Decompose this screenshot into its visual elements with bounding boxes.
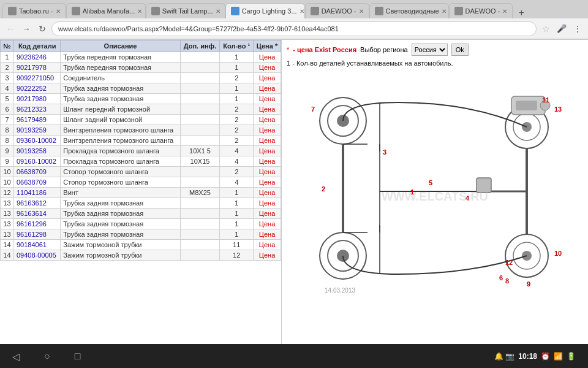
cell-price[interactable]: Цена (254, 52, 281, 63)
cell-desc: Винтзрепления тормозного шланга (61, 125, 180, 136)
cell-price[interactable]: Цена (254, 125, 281, 136)
tab-favicon-daewoo1 (311, 7, 319, 15)
tab-taobao[interactable]: Taobao.ru - ✕ (2, 3, 66, 18)
cell-code[interactable]: 90193259 (13, 125, 60, 136)
table-row: 13 96161298 Трубка задняя тормозная 1 Це… (1, 229, 281, 240)
url-bar[interactable] (51, 21, 537, 36)
cell-code[interactable]: 96163612 (13, 198, 60, 209)
cell-desc: Трубка задняя тормозная (61, 83, 180, 94)
cell-code[interactable]: 90184061 (13, 240, 60, 250)
tab-close-svetlo[interactable]: ✕ (442, 8, 447, 15)
cell-price[interactable]: Цена (254, 167, 281, 177)
watermark-text: WWW.ELCATS.RU (382, 190, 488, 203)
cell-price[interactable]: Цена (254, 240, 281, 250)
cell-price[interactable]: Цена (254, 198, 281, 209)
tab-alibaba[interactable]: Alibaba Manufa... ✕ (66, 3, 146, 18)
cell-code[interactable]: 96212323 (13, 104, 60, 115)
cell-info (180, 115, 220, 125)
tab-daewoo1[interactable]: DAEWOO - ✕ (305, 3, 369, 18)
cell-code[interactable]: 90222252 (13, 83, 60, 94)
microphone-icon[interactable]: 🎤 (555, 22, 568, 36)
table-row: 13 96161296 Трубка задняя тормозная 1 Це… (1, 219, 281, 229)
android-home-button[interactable]: ○ (44, 351, 50, 362)
cell-info (180, 94, 220, 104)
table-row: 8 09360-10002 Винтзрепления тормозного ш… (1, 136, 281, 146)
cell-price[interactable]: Цена (254, 177, 281, 188)
table-row: 8 90193259 Винтзрепления тормозного шлан… (1, 125, 281, 136)
tab-swift[interactable]: Swift Tail Lamp... ✕ (146, 3, 225, 18)
label-12: 12 (505, 259, 513, 266)
cell-price[interactable]: Цена (254, 188, 281, 198)
table-row: 2 90217978 Трубка передняя тормозная 1 Ц… (1, 63, 281, 73)
cell-price[interactable]: Цена (254, 229, 281, 240)
cell-num: 10 (1, 177, 14, 188)
cell-num: 5 (1, 94, 14, 104)
browser-menu-button[interactable]: ⋮ (571, 22, 584, 36)
cell-code[interactable]: 09408-00005 (13, 250, 60, 261)
cell-code[interactable]: 90236246 (13, 52, 60, 63)
cell-price[interactable]: Цена (254, 83, 281, 94)
tab-close-taobao[interactable]: ✕ (56, 8, 61, 15)
cell-qty: 4 (220, 156, 254, 167)
cell-desc: Прокладка тормозного шланга (61, 146, 180, 156)
cell-code[interactable]: 96179489 (13, 115, 60, 125)
cell-price[interactable]: Цена (254, 63, 281, 73)
cell-price[interactable]: Цена (254, 146, 281, 156)
cell-price[interactable]: Цена (254, 73, 281, 83)
info-note: 1 - Кол-во деталей устанавливаемых на ав… (287, 59, 583, 67)
cell-price[interactable]: Цена (254, 104, 281, 115)
cell-code[interactable]: 06638709 (13, 177, 60, 188)
cell-info (180, 198, 220, 209)
cell-price[interactable]: Цена (254, 94, 281, 104)
tab-close-cargo[interactable]: ✕ (300, 8, 304, 15)
cell-code[interactable]: 96163614 (13, 209, 60, 219)
cell-code[interactable]: 96161298 (13, 229, 60, 240)
cell-price[interactable]: Цена (254, 209, 281, 219)
cell-price[interactable]: Цена (254, 250, 281, 261)
label-2: 2 (322, 185, 325, 193)
cell-code[interactable]: 90217978 (13, 63, 60, 73)
table-row: 13 96163614 Трубка задняя тормозная 1 Це… (1, 209, 281, 219)
region-select[interactable]: Россия (412, 44, 448, 56)
new-tab-button[interactable]: + (513, 7, 530, 18)
tab-close-swift[interactable]: ✕ (216, 8, 221, 15)
cell-desc: Винтзрепления тормозного шланга (61, 136, 180, 146)
cell-code[interactable]: 90217980 (13, 94, 60, 104)
cell-code[interactable]: 09360-10002 (13, 136, 60, 146)
tab-close-alibaba[interactable]: ✕ (137, 8, 142, 15)
back-button[interactable]: ← (4, 22, 17, 36)
cell-price[interactable]: Цена (254, 136, 281, 146)
cell-code[interactable]: 96161296 (13, 219, 60, 229)
tab-label-cargo: Cargo Lighting 3... (242, 7, 297, 15)
cell-price[interactable]: Цена (254, 219, 281, 229)
cell-code[interactable]: 09160-10002 (13, 156, 60, 167)
android-back-button[interactable]: ◁ (12, 351, 20, 362)
diagram-rear-axle (484, 105, 548, 277)
reload-button[interactable]: ↻ (36, 22, 49, 36)
tab-cargo[interactable]: Cargo Lighting 3... ✕ (225, 3, 305, 18)
label-5: 5 (429, 179, 432, 186)
tab-label-daewoo1: DAEWOO - (322, 7, 356, 15)
tab-daewoo2[interactable]: DAEWOO - ✕ (449, 3, 513, 18)
tab-svetlo[interactable]: Световодиодные ✕ (369, 3, 449, 18)
tab-close-daewoo2[interactable]: ✕ (502, 8, 507, 15)
tab-close-daewoo1[interactable]: ✕ (359, 8, 364, 15)
cell-price[interactable]: Цена (254, 156, 281, 167)
cell-price[interactable]: Цена (254, 115, 281, 125)
cell-info (180, 125, 220, 136)
table-row: 14 90184061 Зажим тормозной трубки 11 Це… (1, 240, 281, 250)
cell-desc: Трубка передняя тормозная (61, 63, 180, 73)
cell-code[interactable]: 11041186 (13, 188, 60, 198)
android-nav-buttons: ◁ ○ □ (12, 351, 80, 362)
cell-num: 13 (1, 229, 14, 240)
cell-info: 10X1 5 (180, 146, 220, 156)
cell-code[interactable]: 9092271050 (13, 73, 60, 83)
bookmark-star-icon[interactable]: ☆ (539, 22, 552, 36)
forward-button[interactable]: → (20, 22, 33, 36)
cell-code[interactable]: 90193258 (13, 146, 60, 156)
cell-code[interactable]: 06638709 (13, 167, 60, 177)
cell-desc: Соединитель (61, 73, 180, 83)
ok-button[interactable]: Ok (451, 44, 469, 56)
android-recents-button[interactable]: □ (75, 351, 81, 362)
table-row: 6 96212323 Шланг передний тормозной 2 Це… (1, 104, 281, 115)
